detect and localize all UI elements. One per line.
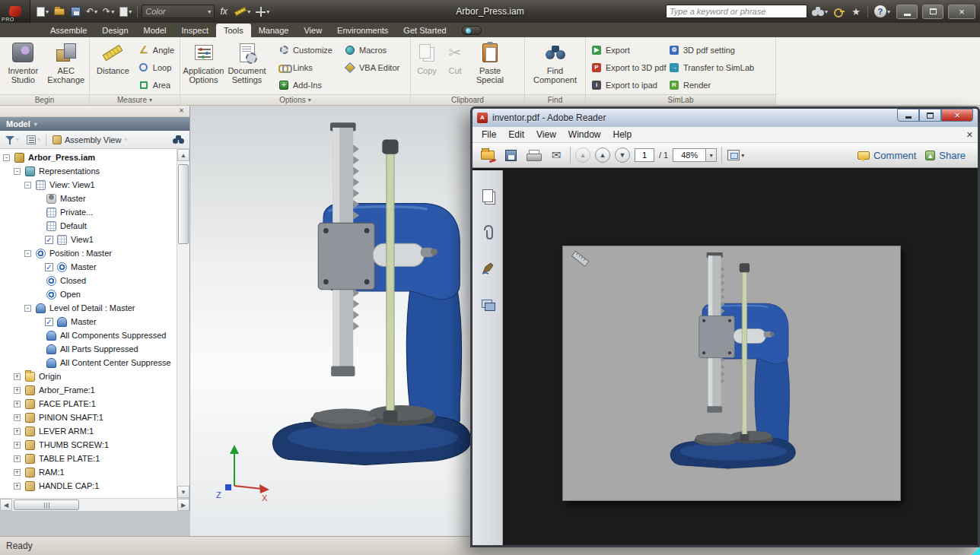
tree-item[interactable]: +THUMB SCREW:1 (0, 438, 177, 452)
ribbon-tab-tools[interactable]: Tools (216, 24, 251, 37)
layers-button[interactable] (479, 297, 496, 313)
paste-special-button[interactable]: Paste Special (469, 38, 511, 84)
tree-item[interactable]: Master (0, 192, 177, 205)
ribbon-tab-environments[interactable]: Environments (329, 24, 396, 37)
undo-button[interactable]: ↶▾ (84, 4, 99, 19)
tree-item[interactable]: -Position : Master (0, 246, 177, 260)
angle-button[interactable]: ∠Angle (135, 41, 178, 59)
tree-item[interactable]: All Content Center Suppresse (0, 356, 177, 369)
ribbon-tab-get-started[interactable]: Get Started (396, 24, 453, 37)
search-button[interactable]: ▾ (810, 4, 829, 19)
copy-button[interactable]: Copy (412, 38, 441, 75)
tree-item[interactable]: ✓View1 (0, 233, 177, 246)
simlab-transfer-button[interactable]: →Transfer to SimLab (665, 59, 758, 76)
arbor-press-model[interactable] (245, 122, 501, 489)
visibility-checkbox[interactable]: ✓ (45, 263, 53, 271)
expander-icon[interactable]: + (14, 401, 21, 408)
vertical-scroll-thumb[interactable] (178, 164, 189, 244)
vba-editor-button[interactable]: VBA Editor (341, 59, 403, 76)
tree-item[interactable]: Closed (0, 274, 177, 287)
find-component-button[interactable]: Find Component (530, 38, 581, 84)
application-options-button[interactable]: Application Options (182, 38, 225, 84)
redo-button[interactable]: ↷▾ (101, 4, 116, 19)
open-button[interactable] (52, 4, 66, 19)
pdf-canvas[interactable] (503, 170, 978, 545)
scroll-down-icon[interactable]: ▼ (177, 486, 189, 498)
browser-model-selector[interactable]: Model▾ (0, 117, 189, 131)
comment-button[interactable]: Comment (858, 150, 916, 161)
simlab-3d-pdf-setting-button[interactable]: ⚙3D pdf setting (665, 41, 758, 59)
expander-icon[interactable]: + (14, 373, 21, 380)
distance-button[interactable]: Distance (91, 38, 135, 75)
page-display-button[interactable]: ▾ (727, 146, 745, 164)
aec-exchange-button[interactable]: AEC Exchange (45, 38, 88, 84)
help-button[interactable]: ?▾ (873, 4, 892, 19)
pdf-page[interactable] (563, 246, 900, 500)
horizontal-scroll-thumb[interactable] (14, 500, 79, 510)
tree-item[interactable]: +Origin (0, 369, 177, 383)
adobe-menu-help[interactable]: Help (607, 128, 638, 141)
color-override-combo[interactable]: Color▾ (142, 5, 215, 18)
panel-label-find[interactable]: Find (525, 94, 585, 105)
tree-item[interactable]: Open (0, 287, 177, 301)
expander-icon[interactable]: + (14, 455, 21, 462)
page-thumbnails-button[interactable] (479, 187, 496, 204)
tree-item[interactable]: +FACE PLATE:1 (0, 397, 177, 411)
ribbon-options-toggle[interactable] (462, 26, 482, 35)
panel-label-begin[interactable]: Begin (0, 94, 89, 105)
expander-icon[interactable]: - (24, 182, 31, 189)
visibility-checkbox[interactable]: ✓ (45, 318, 53, 326)
expander-icon[interactable]: + (14, 414, 21, 421)
ribbon-tab-design[interactable]: Design (94, 24, 135, 37)
browser-vertical-scrollbar[interactable]: ▲ ▼ (177, 149, 189, 498)
favorites-button[interactable]: ★ (849, 4, 863, 19)
tree-item[interactable]: +TABLE PLATE:1 (0, 452, 177, 465)
expander-icon[interactable]: + (14, 428, 21, 435)
add-ins-button[interactable]: +Add-Ins (275, 76, 336, 94)
tree-item[interactable]: All Parts Suppressed (0, 342, 177, 356)
attachments-button[interactable] (479, 224, 496, 240)
browser-close-icon[interactable]: × (177, 106, 186, 116)
update-button[interactable]: ▾ (118, 4, 133, 19)
move-button[interactable]: ▾ (254, 4, 271, 19)
close-button[interactable]: × (948, 5, 975, 19)
tree-item[interactable]: +RAM:1 (0, 465, 177, 479)
previous-view-button[interactable]: ▲ (575, 147, 590, 163)
page-number-input[interactable] (635, 148, 654, 162)
document-settings-button[interactable]: Document Settings (225, 38, 269, 84)
ribbon-tab-inspect[interactable]: Inspect (174, 24, 216, 37)
adobe-open-button[interactable] (479, 146, 497, 164)
browser-horizontal-scrollbar[interactable]: ◀ ▶ (0, 498, 189, 511)
tree-item[interactable]: Private... (0, 205, 177, 219)
adobe-maximize-button[interactable] (919, 109, 941, 122)
new-file-button[interactable]: ▾ (35, 4, 50, 19)
expander-icon[interactable]: + (14, 387, 21, 394)
tree-item[interactable]: -View: View1 (0, 178, 177, 192)
adobe-save-button[interactable] (501, 146, 520, 164)
inventor-app-button[interactable]: PRO (0, 0, 30, 23)
loop-button[interactable]: Loop (135, 59, 178, 76)
panel-label-measure[interactable]: Measure▾ (90, 94, 180, 105)
links-button[interactable]: Links (275, 59, 336, 76)
adobe-titlebar[interactable]: A inventor.pdf - Adobe Reader × (473, 109, 978, 127)
signature-button[interactable] (479, 260, 496, 277)
tree-item[interactable]: +Arbor_Frame:1 (0, 383, 177, 397)
tree-item[interactable]: ✓Master (0, 315, 177, 328)
tree-item[interactable]: +PINION SHAFT:1 (0, 411, 177, 424)
simlab-render-button[interactable]: RRender (665, 76, 758, 94)
macros-button[interactable]: Macros (341, 41, 403, 59)
minimize-button[interactable] (896, 5, 918, 19)
visibility-checkbox[interactable]: ✓ (45, 236, 53, 244)
previous-page-button[interactable]: ▲ (595, 147, 610, 163)
tree-item[interactable]: Default (0, 219, 177, 233)
assembly-view-combo[interactable]: Assembly View ▾ (49, 132, 130, 147)
adobe-menubar-close-icon[interactable]: ✕ (966, 130, 973, 140)
parameters-button[interactable]: fx (217, 4, 231, 19)
adobe-close-button[interactable]: × (941, 109, 973, 122)
tree-item[interactable]: -Arbor_Press.iam (0, 151, 177, 164)
sign-in-button[interactable] (832, 4, 846, 19)
tree-item[interactable]: -Representations (0, 164, 177, 178)
search-input[interactable] (670, 7, 803, 16)
browser-display-options-button[interactable]: ▾ (24, 132, 43, 147)
expander-icon[interactable]: - (14, 168, 21, 175)
